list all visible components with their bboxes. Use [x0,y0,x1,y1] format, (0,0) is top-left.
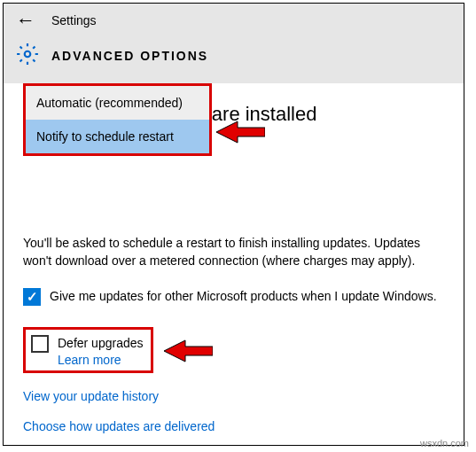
gear-icon [16,43,39,68]
header: ← Settings ADVANCED OPTIONS [4,4,464,83]
defer-upgrades-group: Defer upgrades Learn more [23,327,153,373]
page-title: ADVANCED OPTIONS [51,49,208,63]
checkbox-defer-label: Defer upgrades [58,335,144,353]
svg-point-0 [25,51,31,58]
dropdown-option-notify[interactable]: Notify to schedule restart [26,120,209,153]
settings-breadcrumb: Settings [51,13,97,27]
annotation-arrow-icon [164,338,213,364]
svg-marker-1 [216,121,265,143]
dropdown-option-automatic[interactable]: Automatic (recommended) [26,86,209,120]
annotation-arrow-icon [216,119,265,145]
svg-marker-2 [164,340,213,362]
learn-more-link[interactable]: Learn more [58,353,144,367]
checkbox-defer-upgrades[interactable] [31,335,49,353]
delivery-link[interactable]: Choose how updates are delivered [23,419,444,433]
view-history-link[interactable]: View your update history [23,389,444,403]
watermark: wsxdn.com [420,438,469,448]
checkbox-other-products[interactable] [23,288,41,306]
back-button[interactable]: ← [16,11,35,30]
checkbox-other-products-label: Give me updates for other Microsoft prod… [50,288,437,306]
install-mode-dropdown[interactable]: Automatic (recommended) Notify to schedu… [23,83,212,156]
restart-description: You'll be asked to schedule a restart to… [23,234,444,270]
